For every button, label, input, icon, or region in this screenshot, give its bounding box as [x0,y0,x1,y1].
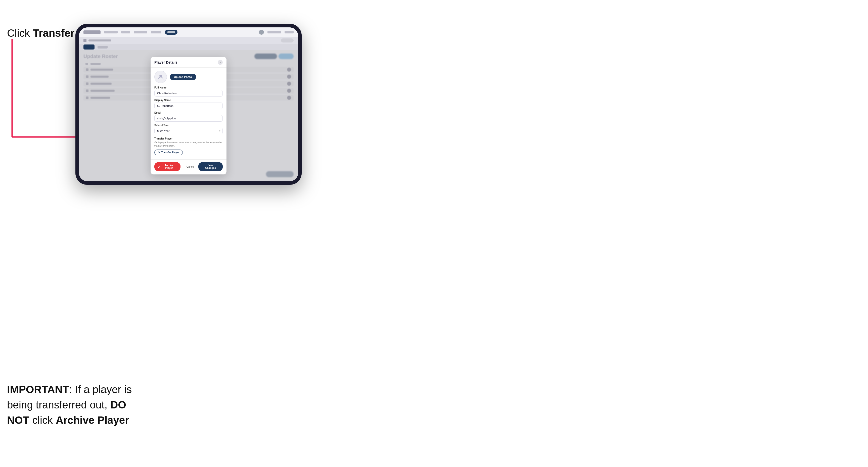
instruction-prefix: Click [7,27,33,39]
display-name-field: Display Name [154,99,223,109]
school-year-field: School Year First Year Second Year Third… [154,124,223,134]
email-label: Email [154,111,223,114]
player-details-modal: Player Details × [151,57,226,175]
modal-close-button[interactable]: × [218,60,223,65]
modal-header: Player Details × [151,57,226,68]
instruction-line1: : If a player is [69,383,132,395]
instruction-archive: Archive Player [56,414,129,426]
tablet-screen: Update Roster [79,27,298,181]
instruction-line4: click [29,414,56,426]
person-icon [157,73,164,81]
modal-overlay: Player Details × [79,50,298,181]
modal-body: Upload Photo Full Name Display Name [151,68,226,159]
email-input[interactable] [154,115,223,122]
nav-placeholder-1 [104,31,118,33]
modal-footer: ⊘ Archive Player Cancel Save Changes [151,159,226,175]
transfer-button-label: Transfer Player [161,151,179,154]
instruction-not: NOT [7,414,29,426]
transfer-player-description: If this player has moved to another scho… [154,141,223,148]
sub-header [79,37,298,44]
instruction-important: IMPORTANT [7,383,69,395]
full-name-field: Full Name [154,86,223,96]
nav-placeholder-3 [134,31,147,33]
display-name-input[interactable] [154,102,223,109]
svg-point-3 [159,75,162,77]
close-icon: × [219,61,221,64]
transfer-icon: ⟳ [158,151,160,154]
full-name-input[interactable] [154,90,223,96]
archive-icon: ⊘ [158,165,160,168]
app-logo [84,30,100,34]
transfer-player-button[interactable]: ⟳ Transfer Player [154,150,183,155]
app-avatar [259,30,264,35]
instruction-line2: being transferred out, [7,399,111,411]
school-year-select[interactable]: First Year Second Year Third Year Fourth… [154,128,223,134]
save-changes-button[interactable]: Save Changes [198,162,223,171]
main-content: Update Roster [79,50,298,181]
archive-player-button[interactable]: ⊘ Archive Player [154,162,181,171]
app-extra-text [284,31,293,33]
full-name-label: Full Name [154,86,223,89]
display-name-label: Display Name [154,99,223,101]
transfer-player-title: Transfer Player [154,137,223,140]
app-user-text [268,31,281,33]
instruction-bottom: IMPORTANT: If a player is being transfer… [7,382,132,428]
nav-placeholder-4 [151,31,161,33]
tab-bar [79,44,298,50]
archive-button-label: Archive Player [161,164,177,169]
transfer-player-section: Transfer Player If this player has moved… [154,137,223,155]
cancel-button[interactable]: Cancel [185,164,196,170]
tablet-frame: Update Roster [75,24,302,185]
avatar-upload-section: Upload Photo [154,71,223,83]
email-field: Email [154,111,223,122]
avatar [154,71,167,83]
nav-active [165,30,178,35]
app-header [79,27,298,37]
modal-title: Player Details [154,60,178,64]
nav-placeholder-2 [121,31,130,33]
upload-photo-button[interactable]: Upload Photo [170,74,196,80]
instruction-do-not: DO [111,399,126,411]
school-year-label: School Year [154,124,223,127]
